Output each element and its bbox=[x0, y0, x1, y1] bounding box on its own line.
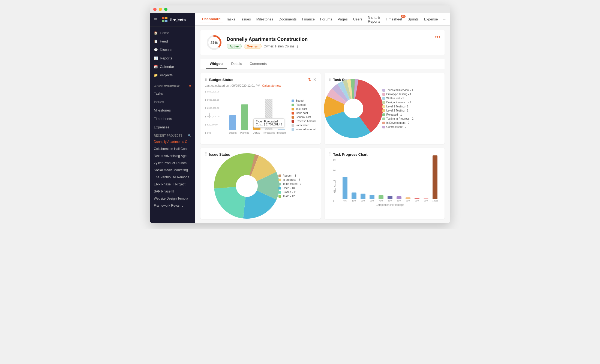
topnav-item-forums[interactable]: Forums bbox=[317, 16, 335, 23]
bar-invoiced-fill bbox=[278, 129, 285, 130]
sidebar-item-expenses[interactable]: Expenses bbox=[150, 123, 195, 131]
bar-40pct: 40% bbox=[377, 195, 385, 202]
topnav-item-users[interactable]: Users bbox=[350, 16, 365, 23]
project-header: 37% Donnelly Apartments Construction Act… bbox=[200, 30, 445, 55]
y-label-2500k: $ 2,500,000.00 bbox=[205, 91, 219, 93]
info-icon[interactable]: ℹ bbox=[297, 44, 298, 49]
sidebar-recent-project[interactable]: Nexus Advertising Age bbox=[150, 152, 195, 160]
drag-handle-icon-2[interactable]: ⠿ bbox=[329, 77, 332, 82]
legend-invoiced-dot bbox=[292, 128, 294, 131]
legend-planned: Planned bbox=[292, 103, 316, 106]
sidebar-item-issues[interactable]: Issues bbox=[150, 98, 195, 106]
maximize-button[interactable] bbox=[164, 8, 167, 11]
sidebar-item-discuss[interactable]: 💬 Discuss bbox=[150, 46, 195, 54]
sidebar-recent-project[interactable]: The Penthouse Remode bbox=[150, 174, 195, 181]
tab-comments[interactable]: Comments bbox=[246, 59, 271, 69]
svg-rect-1 bbox=[165, 17, 167, 19]
issue-legend: Reopen - 3 In progress - 6 To be tested … bbox=[278, 174, 301, 198]
topnav-item-finance[interactable]: Finance bbox=[299, 16, 317, 23]
titlebar bbox=[150, 5, 450, 13]
topnav-items-container: DashboardTasksIssuesMilestonesDocumentsF… bbox=[199, 14, 449, 25]
tab-bar: Widgets Details Comments bbox=[200, 59, 445, 69]
budget-subtitle: Last calculated on : 09/29/2020 12:01 PM… bbox=[205, 84, 316, 87]
task-progress-title: ⠿ Task Progress Chart bbox=[329, 152, 440, 157]
close-button[interactable] bbox=[153, 8, 157, 11]
sidebar-recent-project[interactable]: Zylker Product Launch bbox=[150, 160, 195, 167]
sidebar-recent-project[interactable]: Donnelly Apartments C bbox=[150, 138, 195, 145]
legend-prototype-testing: Prototype Testing - 1 bbox=[382, 93, 414, 96]
drag-handle-icon-4[interactable]: ⠿ bbox=[329, 152, 332, 157]
task-progress-widget: ⠿ Task Progress Chart Task Count 0 20 40 bbox=[325, 148, 445, 219]
sidebar-recent-project[interactable]: Social Media Marketing bbox=[150, 167, 195, 174]
task-progress-chart-area: Task Count 0 20 40 60 80 bbox=[329, 159, 440, 215]
topnav-item-tasks[interactable]: Tasks bbox=[223, 16, 238, 23]
tab-details[interactable]: Details bbox=[227, 59, 246, 69]
topnav-item-pages[interactable]: Pages bbox=[335, 16, 350, 23]
bar-planned-fill bbox=[241, 104, 248, 130]
widgets-grid: ⠿ Budget Status ↻ ✕ Last calculated on :… bbox=[200, 73, 445, 219]
tab-widgets[interactable]: Widgets bbox=[206, 59, 227, 69]
topnav-item-ganttreports[interactable]: Gantt & Reports bbox=[365, 14, 383, 25]
calculate-now-link[interactable]: Calculate now bbox=[262, 84, 281, 87]
search-icon[interactable]: 🔍 bbox=[449, 16, 450, 23]
main-content: 37% Donnelly Apartments Construction Act… bbox=[195, 26, 450, 223]
legend-closed: Closed - 11 bbox=[278, 191, 301, 194]
sidebar-recent-project[interactable]: ERP Phase III Project bbox=[150, 181, 195, 188]
sidebar-item-home[interactable]: 🏠 Home bbox=[150, 29, 195, 37]
bar-forecasted: Type : Forecasted Cost : $ 2,760,381.46 … bbox=[263, 99, 275, 134]
sidebar-recent-project[interactable]: Collaboration Hall Cons bbox=[150, 145, 195, 152]
sidebar-recent-project[interactable]: Website Design Templa bbox=[150, 195, 195, 202]
bar-10pct: 10% bbox=[350, 192, 358, 202]
topnav-item-documents[interactable]: Documents bbox=[276, 16, 299, 23]
tooltip: Type : Forecasted Cost : $ 2,760,381.46 bbox=[253, 118, 284, 128]
search-recent-icon[interactable]: 🔍 bbox=[188, 134, 191, 137]
budget-close-icon[interactable]: ✕ bbox=[313, 77, 316, 82]
legend-invoiced: Invoiced amount bbox=[292, 128, 316, 131]
sidebar-item-projects[interactable]: 📁 Projects bbox=[150, 71, 195, 79]
menu-icon[interactable]: ☰ bbox=[154, 17, 158, 22]
svg-rect-0 bbox=[162, 17, 164, 19]
bar-30pct: 30% bbox=[368, 195, 376, 202]
topnav-item-timesheet[interactable]: Timesheet99 bbox=[383, 16, 405, 23]
bar-planned: Planned bbox=[239, 104, 251, 134]
sidebar-item-reports[interactable]: 📊 Reports bbox=[150, 54, 195, 62]
legend-taskcost: Task cost bbox=[292, 107, 316, 110]
y-label-0: $ 0.00 bbox=[205, 132, 219, 134]
bar-50pct: 50% bbox=[386, 196, 394, 202]
sidebar-item-calendar[interactable]: 📅 Calendar bbox=[150, 62, 195, 71]
issue-status-widget: ⠿ Issue Status bbox=[200, 148, 321, 219]
recent-projects-section: RECENT PROJECTS 🔍 bbox=[150, 131, 195, 138]
legend-generalcost-dot bbox=[292, 116, 294, 119]
minimize-button[interactable] bbox=[159, 8, 162, 11]
legend-testing-inprogress: Testing in Progress - 2 bbox=[382, 117, 414, 120]
budget-status-widget: ⠿ Budget Status ↻ ✕ Last calculated on :… bbox=[200, 73, 321, 144]
legend-contract-sent: Contract sent - 2 bbox=[382, 125, 414, 128]
topnav-item-expense[interactable]: Expense bbox=[421, 16, 441, 23]
legend-forecasted-dot bbox=[292, 124, 294, 127]
bar-budget-fill bbox=[229, 115, 236, 130]
topnav-item-[interactable]: ··· bbox=[441, 16, 449, 23]
legend-taskcost-dot bbox=[292, 108, 294, 110]
topnav-item-sprints[interactable]: Sprints bbox=[405, 16, 421, 23]
refresh-icon[interactable]: ↻ bbox=[308, 77, 311, 82]
sidebar-item-timesheets[interactable]: Timesheets bbox=[150, 115, 195, 123]
top-nav: DashboardTasksIssuesMilestonesDocumentsF… bbox=[195, 13, 450, 26]
budget-chart: $ 0.00 $ 500,000.00 $ 1,000,000.00 $ 1,5… bbox=[205, 91, 316, 140]
drag-handle-icon[interactable]: ⠿ bbox=[205, 77, 208, 82]
sidebar-recent-project[interactable]: Framework Revamp bbox=[150, 202, 195, 209]
project-more-button[interactable]: ••• bbox=[435, 34, 440, 40]
sidebar-item-feed[interactable]: 📋 Feed bbox=[150, 37, 195, 46]
task-status-legend: Technical interview - 1 Prototype Testin… bbox=[382, 89, 414, 128]
drag-handle-icon-3[interactable]: ⠿ bbox=[205, 152, 208, 157]
owner-text: Owner: Helen Collins bbox=[264, 44, 295, 48]
topnav-item-milestones[interactable]: Milestones bbox=[254, 16, 276, 23]
sidebar-recent-project[interactable]: SAP Phase III bbox=[150, 188, 195, 195]
topnav-item-issues[interactable]: Issues bbox=[238, 16, 254, 23]
y-axis-line bbox=[227, 91, 227, 134]
budget-legend: Budget Planned Task cost Issue cost Gene… bbox=[292, 91, 316, 140]
sidebar-item-milestones[interactable]: Milestones bbox=[150, 106, 195, 115]
task-progress-bars: 0% 10% 20% bbox=[340, 159, 440, 202]
legend-in-development: In Development - 2 bbox=[382, 121, 414, 124]
sidebar-item-tasks[interactable]: Tasks bbox=[150, 89, 195, 98]
topnav-item-dashboard[interactable]: Dashboard bbox=[199, 15, 223, 23]
